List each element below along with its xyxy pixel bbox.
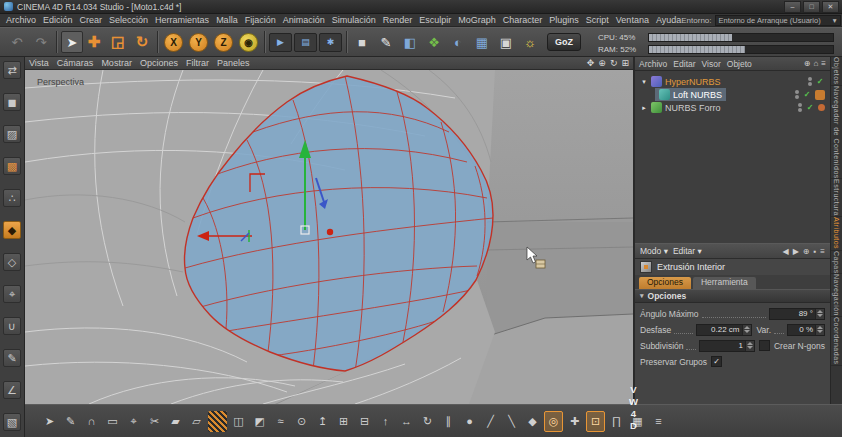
viewport-menu-item[interactable]: Cámaras bbox=[57, 58, 94, 68]
goz-button[interactable]: GoZ bbox=[547, 33, 581, 51]
stepper-icon[interactable] bbox=[745, 341, 754, 351]
visibility-dots[interactable] bbox=[798, 103, 802, 112]
menubar-item[interactable]: Plugins bbox=[549, 15, 579, 25]
bevel-icon[interactable]: ◩ bbox=[250, 411, 269, 432]
menubar-item[interactable]: Archivo bbox=[6, 15, 36, 25]
y-axis-lock-button[interactable]: Y bbox=[189, 33, 208, 52]
magnet-icon[interactable]: ◆ bbox=[523, 411, 542, 432]
history-back-icon[interactable]: ◀ bbox=[782, 247, 788, 256]
menubar-item[interactable]: Character bbox=[503, 15, 543, 25]
plane-cut-icon[interactable]: ╲ bbox=[502, 411, 521, 432]
om-search-icon[interactable]: ⊕ bbox=[804, 59, 811, 68]
spline-pen-icon[interactable]: ✎ bbox=[375, 31, 397, 53]
knife-tool-icon[interactable]: ✎ bbox=[3, 349, 21, 367]
ruler-icon[interactable]: ▭ bbox=[103, 411, 122, 432]
menubar-item[interactable]: Esculpir bbox=[419, 15, 451, 25]
expand-collapse-icon[interactable]: ▾ bbox=[640, 78, 648, 86]
weld-icon[interactable]: ⊙ bbox=[292, 411, 311, 432]
rotate-tool-icon[interactable]: ↻ bbox=[131, 31, 153, 53]
viewport-menu-item[interactable]: Filtrar bbox=[186, 58, 209, 68]
environment-floor-icon[interactable]: ◐ bbox=[447, 31, 469, 53]
selected-object-highlight[interactable]: Loft NURBS bbox=[655, 88, 726, 101]
enable-check-icon[interactable]: ✓ bbox=[802, 90, 812, 100]
knife-icon[interactable]: ✂ bbox=[145, 411, 164, 432]
axis-center-icon[interactable]: ⌖ bbox=[124, 411, 143, 432]
tab-objetos[interactable]: Objetos bbox=[831, 57, 842, 86]
menubar-item[interactable]: MoGraph bbox=[458, 15, 496, 25]
rotate-view-icon[interactable]: ↻ bbox=[610, 58, 618, 68]
workplane-grid-icon[interactable]: ▦ bbox=[471, 31, 493, 53]
viewport-menu-item[interactable]: Vista bbox=[29, 58, 49, 68]
menubar-item[interactable]: Edición bbox=[43, 15, 73, 25]
render-view-icon[interactable]: ▶ bbox=[269, 33, 292, 52]
om-home-icon[interactable]: ⌂ bbox=[813, 59, 818, 68]
tag-icon[interactable] bbox=[815, 90, 825, 100]
mode-dropdown[interactable]: Modo ▾ bbox=[640, 246, 668, 256]
texture-mode-icon[interactable]: ▨ bbox=[3, 125, 21, 143]
minimize-button[interactable]: – bbox=[784, 1, 801, 13]
viewport-menu-item[interactable]: Opciones bbox=[140, 58, 178, 68]
nurbs-generator-icon[interactable]: ◧ bbox=[399, 31, 421, 53]
pan-view-icon[interactable]: ✥ bbox=[587, 58, 595, 68]
am-search-icon[interactable]: ⊕ bbox=[803, 247, 810, 256]
ngons-checkbox[interactable] bbox=[759, 340, 770, 351]
stepper-icon[interactable] bbox=[815, 325, 824, 335]
tab-opciones[interactable]: Opciones bbox=[639, 277, 691, 289]
scale-tool-icon[interactable]: ◲ bbox=[107, 31, 129, 53]
object-manager-menu-item[interactable]: Visor bbox=[702, 59, 721, 69]
live-selection-icon[interactable]: ➤ bbox=[61, 31, 83, 53]
angle-max-input[interactable]: 89 ° bbox=[769, 308, 825, 320]
subdivision-input[interactable]: 1 bbox=[699, 340, 755, 352]
arc-icon[interactable]: ∩ bbox=[82, 411, 101, 432]
close-hole-icon[interactable]: ● bbox=[460, 411, 479, 432]
menubar-item[interactable]: Animación bbox=[283, 15, 325, 25]
menubar-item[interactable]: Script bbox=[586, 15, 609, 25]
offset-input[interactable]: 0.22 cm bbox=[696, 324, 752, 336]
object-row-hypernurbs[interactable]: ▾ HyperNURBS ✓ bbox=[635, 75, 830, 88]
tab-navegador[interactable]: Navegador de Contenidos bbox=[831, 86, 842, 180]
var-input[interactable]: 0 % bbox=[787, 324, 825, 336]
tab-coordenadas[interactable]: Coordenadas bbox=[831, 317, 842, 366]
select-tool-icon[interactable]: ➤ bbox=[40, 411, 59, 432]
menubar-item[interactable]: Ventana bbox=[616, 15, 649, 25]
undo-icon[interactable]: ↶ bbox=[6, 31, 28, 53]
render-picture-viewer-icon[interactable]: ▤ bbox=[294, 33, 317, 52]
modeling-objects-icon[interactable]: ❖ bbox=[423, 31, 445, 53]
uv-mode-icon[interactable]: ▩ bbox=[3, 157, 21, 175]
viewport-3d-scene[interactable] bbox=[25, 70, 633, 404]
menubar-item[interactable]: Ayuda bbox=[656, 15, 681, 25]
edit-dropdown[interactable]: Editar ▾ bbox=[673, 246, 702, 256]
texture-paint-icon[interactable]: ▧ bbox=[3, 413, 21, 431]
menubar-item[interactable]: Selección bbox=[109, 15, 148, 25]
enable-check-icon[interactable]: ✓ bbox=[815, 77, 825, 87]
more-tools-icon[interactable]: ≡ bbox=[649, 411, 668, 432]
history-forward-icon[interactable]: ▶ bbox=[793, 247, 799, 256]
measure-icon[interactable]: ∠ bbox=[3, 381, 21, 399]
viewport-view-label[interactable]: Perspectiva bbox=[37, 77, 84, 87]
extrude-icon[interactable]: ↥ bbox=[313, 411, 332, 432]
render-settings-icon[interactable]: ✱ bbox=[319, 33, 342, 52]
move-tool-icon[interactable]: ✚ bbox=[83, 31, 105, 53]
tab-navegacion[interactable]: Navegación bbox=[831, 274, 842, 317]
iron-icon[interactable]: ▰ bbox=[166, 411, 185, 432]
polygon-pen-icon[interactable]: ✎ bbox=[61, 411, 80, 432]
object-row-nurbs-forro[interactable]: ▸ NURBS Forro ✓ bbox=[635, 101, 830, 114]
tab-atributos[interactable]: Atributos bbox=[831, 217, 842, 250]
menubar-item[interactable]: Simulación bbox=[332, 15, 376, 25]
make-editable-icon[interactable]: ⇄ bbox=[3, 61, 21, 79]
object-label[interactable]: NURBS Forro bbox=[665, 103, 721, 113]
add-primitive-cube-icon[interactable]: ■ bbox=[351, 31, 373, 53]
stepper-icon[interactable] bbox=[815, 309, 824, 319]
tab-capas[interactable]: Capas bbox=[831, 251, 842, 275]
am-menu-icon[interactable]: ≡ bbox=[820, 247, 825, 256]
normal-scale-icon[interactable]: ↔ bbox=[397, 411, 416, 432]
extrude-inner-icon[interactable]: ⊡ bbox=[586, 411, 605, 432]
menubar-item[interactable]: Herramientas bbox=[155, 15, 209, 25]
camera-icon[interactable]: ▣ bbox=[495, 31, 517, 53]
maximize-button[interactable]: □ bbox=[803, 1, 820, 13]
object-manager-menu-item[interactable]: Archivo bbox=[639, 59, 667, 69]
enable-check-icon[interactable]: ✓ bbox=[805, 103, 815, 113]
edge-cut-icon[interactable]: ∥ bbox=[439, 411, 458, 432]
snap-magnet-icon[interactable]: ∪ bbox=[3, 317, 21, 335]
toggle-panels-icon[interactable]: ⊞ bbox=[621, 58, 629, 68]
